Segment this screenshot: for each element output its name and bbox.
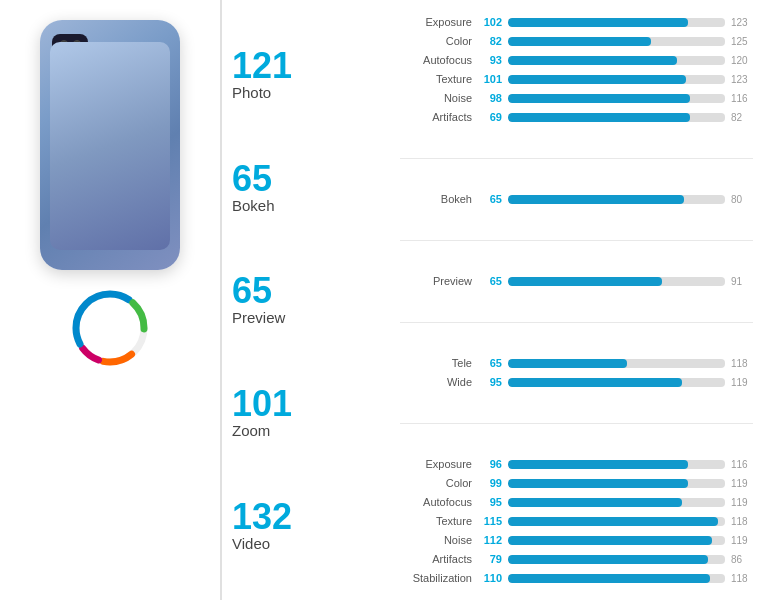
bar-name-label: Noise [400,92,472,104]
bar-track [508,37,725,46]
bar-max-value: 125 [731,36,753,47]
bar-name-label: Noise [400,534,472,546]
bar-row: Exposure 96 116 [400,456,753,472]
bar-track [508,94,725,103]
bar-row: Noise 112 119 [400,532,753,548]
left-panel [0,0,220,600]
bar-name-label: Exposure [400,16,472,28]
bar-row: Stabilization 110 118 [400,570,753,586]
bar-track [508,378,725,387]
bar-name-label: Autofocus [400,54,472,66]
bar-fill [508,536,712,545]
bar-row: Texture 115 118 [400,513,753,529]
bar-name-label: Color [400,477,472,489]
bar-fill [508,517,718,526]
bar-score-value: 98 [478,92,502,104]
divider-zoom [400,322,753,323]
bar-score-value: 101 [478,73,502,85]
bar-score-value: 96 [478,458,502,470]
bar-row: Texture 101 123 [400,71,753,87]
zoom-score-value: 101 [232,386,292,422]
bar-row: Tele 65 118 [400,355,753,371]
scores-panel: 121 Photo 65 Bokeh 65 Preview 101 Zoom 1… [220,0,380,600]
bar-name-label: Wide [400,376,472,388]
bar-name-label: Artifacts [400,553,472,565]
bar-track [508,113,725,122]
zoom-bars-section: Tele 65 118 Wide 95 119 [400,355,753,390]
bar-name-label: Artifacts [400,111,472,123]
bar-name-label: Bokeh [400,193,472,205]
bar-fill [508,37,651,46]
bar-name-label: Stabilization [400,572,472,584]
bar-row: Preview 65 91 [400,273,753,289]
bar-track [508,555,725,564]
bar-track [508,75,725,84]
video-score-label: Video [232,535,270,552]
bar-name-label: Autofocus [400,496,472,508]
phone-screen [50,42,170,250]
bar-score-value: 115 [478,515,502,527]
photo-score-label: Photo [232,84,271,101]
bar-max-value: 118 [731,516,753,527]
bar-row: Artifacts 79 86 [400,551,753,567]
bar-max-value: 120 [731,55,753,66]
preview-score-value: 65 [232,273,272,309]
bar-score-value: 65 [478,275,502,287]
bar-max-value: 123 [731,17,753,28]
preview-score-label: Preview [232,309,285,326]
bar-score-value: 65 [478,193,502,205]
phone-image [40,20,180,270]
bar-row: Autofocus 93 120 [400,52,753,68]
bar-row: Wide 95 119 [400,374,753,390]
divider-bokeh [400,158,753,159]
bar-score-value: 102 [478,16,502,28]
divider-video [400,423,753,424]
bar-max-value: 116 [731,93,753,104]
dxomark-badge [70,288,150,373]
bar-max-value: 119 [731,377,753,388]
photo-score-value: 121 [232,48,292,84]
bar-fill [508,555,708,564]
bar-fill [508,498,682,507]
bar-max-value: 80 [731,194,753,205]
bar-score-value: 65 [478,357,502,369]
bar-score-value: 112 [478,534,502,546]
bar-score-value: 95 [478,376,502,388]
bokeh-bars-section: Bokeh 65 80 [400,191,753,207]
bar-max-value: 82 [731,112,753,123]
bar-track [508,18,725,27]
bar-name-label: Texture [400,515,472,527]
bar-fill [508,56,677,65]
bar-row: Artifacts 69 82 [400,109,753,125]
bar-row: Bokeh 65 80 [400,191,753,207]
bar-max-value: 116 [731,459,753,470]
bar-track [508,574,725,583]
bar-track [508,498,725,507]
zoom-score-label: Zoom [232,422,270,439]
bar-fill [508,75,686,84]
bar-name-label: Exposure [400,458,472,470]
bars-panel: Exposure 102 123 Color 82 125 Autofocus … [380,0,771,600]
score-zoom: 101 Zoom [232,382,380,443]
preview-bars-section: Preview 65 91 [400,273,753,289]
bar-max-value: 119 [731,497,753,508]
bar-track [508,536,725,545]
bar-fill [508,113,690,122]
video-bars-section: Exposure 96 116 Color 99 119 Autofocus 9… [400,456,753,586]
bar-name-label: Color [400,35,472,47]
score-video: 132 Video [232,495,380,556]
bar-row: Color 82 125 [400,33,753,49]
bar-track [508,479,725,488]
bar-track [508,517,725,526]
bar-name-label: Preview [400,275,472,287]
score-bokeh: 65 Bokeh [232,157,380,218]
bar-track [508,277,725,286]
divider-preview [400,240,753,241]
bar-name-label: Tele [400,357,472,369]
bar-row: Autofocus 95 119 [400,494,753,510]
bar-score-value: 82 [478,35,502,47]
bar-score-value: 93 [478,54,502,66]
bar-score-value: 79 [478,553,502,565]
bar-name-label: Texture [400,73,472,85]
bar-fill [508,460,688,469]
